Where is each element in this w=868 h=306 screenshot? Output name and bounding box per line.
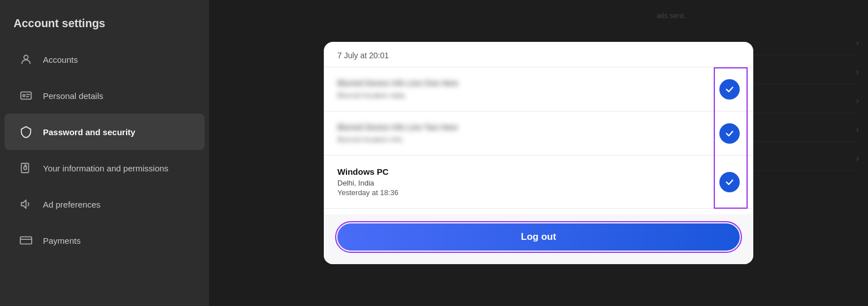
svg-rect-1 xyxy=(21,92,31,100)
sidebar-item-personal-details[interactable]: Personal details xyxy=(5,77,205,114)
sidebar-item-payments-label: Payments xyxy=(43,236,81,245)
modal-footer: Log out xyxy=(324,214,753,264)
session-row-2[interactable]: Blurred Device Info Line Two Here Blurre… xyxy=(324,111,753,156)
sidebar-item-ad-preferences-label: Ad preferences xyxy=(43,200,101,209)
session-2-device: Blurred Device Info Line Two Here xyxy=(337,123,719,132)
session-2-info: Blurred Device Info Line Two Here Blurre… xyxy=(337,123,719,144)
sidebar-item-password-security-label: Password and security xyxy=(43,127,135,137)
session-3-location: Delhi, India xyxy=(337,179,719,187)
session-2-check[interactable] xyxy=(719,123,740,144)
svg-point-0 xyxy=(24,55,28,59)
session-2-location: Blurred location info xyxy=(337,135,719,144)
sidebar-item-accounts[interactable]: Accounts xyxy=(5,41,205,77)
sidebar-item-payments[interactable]: Payments xyxy=(5,222,205,258)
sidebar-item-password-security[interactable]: Password and security xyxy=(5,114,205,150)
sidebar-item-accounts-label: Accounts xyxy=(43,55,78,64)
modal-timestamp: 7 July at 20:01 xyxy=(324,42,753,67)
modal-scroll-area[interactable]: 7 July at 20:01 Blurred Device Info Line… xyxy=(324,42,753,214)
person-icon xyxy=(18,51,34,67)
session-1-location: Blurred location data xyxy=(337,91,719,100)
sessions-container: Blurred Device Info Line One Here Blurre… xyxy=(324,67,753,209)
session-3-check[interactable] xyxy=(719,172,740,192)
id-card-icon xyxy=(18,88,34,104)
session-row-3[interactable]: Windows PC Delhi, India Yesterday at 18:… xyxy=(324,156,753,209)
sidebar: Account settings Accounts Personal detai… xyxy=(0,0,209,306)
session-row-1[interactable]: Blurred Device Info Line One Here Blurre… xyxy=(324,67,753,111)
logout-button[interactable]: Log out xyxy=(337,223,740,251)
sidebar-item-ad-preferences[interactable]: Ad preferences xyxy=(5,186,205,222)
session-1-check[interactable] xyxy=(719,79,740,100)
svg-point-2 xyxy=(23,94,25,97)
credit-card-icon xyxy=(18,232,34,248)
session-3-time: Yesterday at 18:36 xyxy=(337,188,719,197)
session-3-info: Windows PC Delhi, India Yesterday at 18:… xyxy=(337,167,719,197)
megaphone-icon xyxy=(18,196,34,212)
sidebar-item-personal-details-label: Personal details xyxy=(43,91,103,101)
session-1-info: Blurred Device Info Line One Here Blurre… xyxy=(337,79,719,100)
main-content: ails sent. › f › › › f › 7 July at 20:01 xyxy=(209,0,868,306)
modal-overlay: 7 July at 20:01 Blurred Device Info Line… xyxy=(209,0,868,306)
lock-doc-icon xyxy=(18,160,34,176)
svg-rect-7 xyxy=(20,237,32,244)
modal-dialog: 7 July at 20:01 Blurred Device Info Line… xyxy=(324,42,753,264)
session-3-device: Windows PC xyxy=(337,167,719,176)
sidebar-item-info-permissions-label: Your information and permissions xyxy=(43,163,168,173)
sidebar-title: Account settings xyxy=(0,11,209,41)
sidebar-item-info-permissions[interactable]: Your information and permissions xyxy=(5,150,205,186)
session-1-device: Blurred Device Info Line One Here xyxy=(337,79,719,88)
shield-icon xyxy=(18,124,34,140)
